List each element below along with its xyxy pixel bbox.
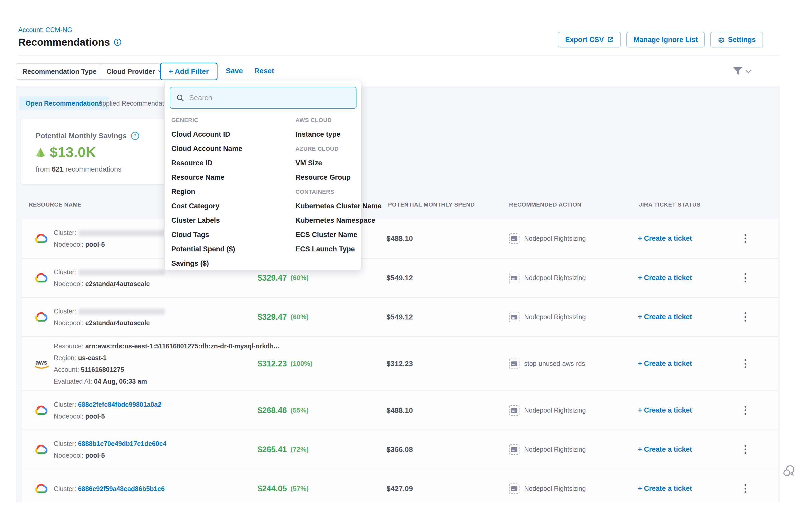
filter-option[interactable]: Cloud Account ID bbox=[171, 127, 296, 141]
resource-name-cell: Cluster:Nodepool: e2standar4autoscale bbox=[54, 307, 165, 327]
account-breadcrumb[interactable]: Account: CCM-NG bbox=[18, 26, 72, 34]
create-ticket-link[interactable]: + Create a ticket bbox=[638, 470, 724, 502]
create-ticket-link[interactable]: + Create a ticket bbox=[638, 337, 724, 391]
savings-percent: (60%) bbox=[290, 274, 308, 282]
filter-option[interactable]: Cloud Account Name bbox=[171, 141, 296, 156]
gcp-icon bbox=[33, 482, 48, 495]
filter-option[interactable]: VM Size bbox=[296, 156, 361, 170]
save-filter-link[interactable]: Save bbox=[226, 67, 243, 75]
col-header-jira-ticket-status: JIRA TICKET STATUS bbox=[639, 201, 701, 208]
filter-section-label: AWS CLOUD bbox=[296, 113, 361, 127]
manage-ignore-list-button[interactable]: Manage Ignore List bbox=[626, 32, 705, 48]
nodepool-icon bbox=[509, 359, 519, 369]
nodepool-icon bbox=[509, 405, 519, 416]
filter-option[interactable]: Instance type bbox=[296, 127, 361, 141]
reset-filter-link[interactable]: Reset bbox=[254, 67, 274, 75]
gcp-icon bbox=[33, 443, 48, 456]
gcp-icon bbox=[33, 232, 48, 245]
row-menu-kebab-icon[interactable] bbox=[740, 442, 751, 457]
resource-name-cell: Cluster: 6886e92f59a48cad86b5b1c6 bbox=[54, 485, 165, 492]
export-csv-button[interactable]: Export CSV bbox=[558, 32, 621, 48]
filter-option[interactable]: Region bbox=[171, 185, 296, 199]
potential-monthly-savings-cell: $312.23 (100%) bbox=[258, 337, 367, 391]
search-icon bbox=[176, 94, 184, 102]
question-icon[interactable]: ? bbox=[131, 131, 139, 140]
potential-monthly-spend-cell: $366.08 bbox=[386, 430, 465, 469]
savings-subtitle: from 621 recommendations bbox=[36, 165, 121, 173]
aws-icon: aws bbox=[33, 358, 51, 370]
potential-monthly-spend-cell: $312.23 bbox=[386, 337, 465, 391]
recommended-action-cell: Nodepool Rightsizing bbox=[509, 219, 624, 258]
create-ticket-link[interactable]: + Create a ticket bbox=[638, 219, 724, 258]
filter-option[interactable]: Cloud Tags bbox=[171, 228, 296, 242]
savings-value: $265.41 bbox=[258, 445, 287, 454]
filter-section-label: CONTAINERS bbox=[296, 185, 361, 199]
filter-option[interactable]: Savings ($) bbox=[171, 256, 296, 271]
row-menu-kebab-icon[interactable] bbox=[740, 357, 751, 371]
info-icon[interactable] bbox=[114, 38, 121, 46]
recommended-action-cell: Nodepool Rightsizing bbox=[509, 430, 624, 469]
recommended-action-cell: stop-unused-aws-rds bbox=[509, 337, 624, 391]
external-link-icon bbox=[607, 36, 614, 43]
filter-option[interactable]: Kubernetes Cluster Name bbox=[296, 199, 361, 213]
filter-section-label: GENERIC bbox=[171, 113, 296, 127]
cluster-link[interactable]: 6888b1c70e49db17c1de60c4 bbox=[78, 440, 166, 447]
filter-option[interactable]: Kubernetes Namespace bbox=[296, 213, 361, 228]
row-menu-kebab-icon[interactable] bbox=[740, 231, 751, 246]
settings-button[interactable]: Settings bbox=[710, 32, 763, 48]
tab-open-recommendations[interactable]: Open Recommendations bbox=[19, 96, 109, 110]
create-ticket-link[interactable]: + Create a ticket bbox=[638, 391, 724, 430]
row-menu-kebab-icon[interactable] bbox=[740, 310, 751, 324]
recommended-action-cell: Nodepool Rightsizing bbox=[509, 391, 624, 430]
potential-monthly-spend-cell: $488.10 bbox=[386, 391, 465, 430]
recommended-action-cell: Nodepool Rightsizing bbox=[509, 259, 624, 297]
resource-name-cell: Cluster:Nodepool: pool-5 bbox=[54, 229, 173, 248]
filter-funnel-button[interactable] bbox=[732, 65, 750, 77]
create-ticket-link[interactable]: + Create a ticket bbox=[638, 298, 724, 336]
filter-option[interactable]: Resource Group bbox=[296, 170, 361, 185]
potential-monthly-spend-cell: $549.12 bbox=[386, 298, 465, 336]
cluster-link[interactable]: 6886e92f59a48cad86b5b1c6 bbox=[78, 485, 165, 492]
filter-search-box bbox=[170, 87, 357, 109]
filter-option[interactable]: ECS Launch Type bbox=[296, 242, 361, 256]
row-menu-kebab-icon[interactable] bbox=[740, 403, 751, 418]
potential-monthly-savings-cell: $244.05 (57%) bbox=[258, 470, 367, 502]
potential-monthly-savings-cell: $268.46 (55%) bbox=[258, 391, 367, 430]
search-input[interactable] bbox=[189, 94, 350, 102]
leaf-icon bbox=[35, 147, 46, 157]
create-ticket-link[interactable]: + Create a ticket bbox=[638, 259, 724, 297]
filter-option[interactable]: Resource ID bbox=[171, 156, 296, 170]
divider bbox=[248, 65, 248, 78]
nodepool-icon bbox=[509, 312, 519, 322]
filter-option[interactable]: Cost Category bbox=[171, 199, 296, 213]
potential-savings-card: Potential Monthly Savings ? $13.0K from … bbox=[21, 119, 167, 184]
create-ticket-link[interactable]: + Create a ticket bbox=[638, 430, 724, 469]
savings-value: $244.05 bbox=[258, 484, 287, 493]
savings-value: $312.23 bbox=[258, 359, 287, 368]
savings-percent: (55%) bbox=[290, 406, 308, 414]
add-filter-button[interactable]: + Add Filter bbox=[160, 62, 217, 80]
filter-option[interactable]: Resource Name bbox=[171, 170, 296, 185]
action-label: stop-unused-aws-rds bbox=[524, 360, 585, 367]
svg-text:aws: aws bbox=[36, 359, 47, 366]
filter-option[interactable]: Cluster Labels bbox=[171, 213, 296, 228]
potential-monthly-spend-cell: $427.09 bbox=[386, 470, 465, 502]
row-menu-kebab-icon[interactable] bbox=[740, 481, 751, 496]
nodepool-icon bbox=[509, 233, 519, 244]
filter-option[interactable]: ECS Cluster Name bbox=[296, 228, 361, 242]
potential-monthly-spend-cell: $549.12 bbox=[386, 259, 465, 297]
gcp-icon bbox=[33, 404, 48, 417]
help-widget-icon[interactable] bbox=[782, 465, 796, 479]
recommended-action-cell: Nodepool Rightsizing bbox=[509, 470, 624, 502]
cloud-provider-dropdown[interactable]: Cloud Provider bbox=[100, 63, 170, 80]
recommendation-type-dropdown[interactable]: Recommendation Type bbox=[16, 63, 112, 80]
filter-option[interactable]: Potential Spend ($) bbox=[171, 242, 296, 256]
action-label: Nodepool Rightsizing bbox=[524, 235, 586, 242]
savings-percent: (72%) bbox=[290, 445, 308, 454]
gear-icon bbox=[717, 36, 725, 43]
cluster-link[interactable]: 688c2fefc84fbdc99801a0a2 bbox=[78, 401, 162, 408]
row-menu-kebab-icon[interactable] bbox=[740, 271, 751, 285]
gcp-icon bbox=[33, 272, 48, 284]
action-label: Nodepool Rightsizing bbox=[524, 313, 586, 321]
savings-card-title: Potential Monthly Savings bbox=[36, 132, 127, 140]
